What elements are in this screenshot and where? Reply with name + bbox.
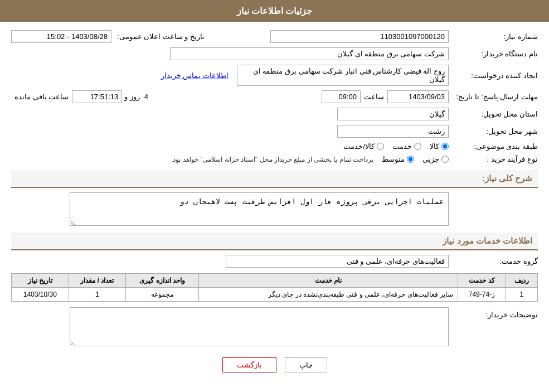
back-button[interactable]: بازگشت [222, 357, 276, 372]
category-radio-group: کالا خدمت کالا/خدمت [343, 142, 449, 151]
category-radio-kala-khedmat[interactable] [377, 143, 384, 150]
response-days-label: روز و [122, 93, 142, 101]
services-table: ردیف کد خدمت نام خدمت واحد اندازه گیری ت… [11, 273, 538, 302]
response-time-label: ساعت [361, 93, 387, 101]
print-button[interactable]: چاپ [285, 357, 327, 372]
buyer-org-row: نام دستگاه خریدار: شرکت سهامی برق منطقه … [11, 47, 538, 60]
buttons-row: چاپ بازگشت [11, 357, 538, 372]
col-header-qty: تعداد / مقدار [69, 274, 126, 288]
buyer-desc-row: توضیحات خریدار: [11, 307, 538, 346]
category-label: طبقه بندی موضوعی: [449, 142, 538, 151]
creator-value: روح اله فیضی کارشناس فنی انبار شرکت سهام… [237, 65, 449, 86]
purchase-mottavaset-label: متوسط [382, 155, 405, 163]
description-textarea[interactable] [70, 192, 449, 226]
purchase-type-row: نوع فرآیند خرید : جزیی متوسط پرداخت تمام… [11, 155, 538, 163]
category-option-khedmat[interactable]: خدمت [392, 142, 421, 151]
service-group-value: فعالیت‌های حرفه‌ای، علمی و فنی [226, 255, 449, 268]
table-row: 1 ز-74-749 سایر فعالیت‌های حرفه‌ای، علمی… [12, 288, 538, 302]
public-announce-value: 1403/08/28 - 15:02 [11, 30, 111, 43]
cell-code: ز-74-749 [458, 288, 506, 302]
cell-date: 1403/10/30 [12, 288, 69, 302]
category-radio-kala[interactable] [441, 143, 449, 150]
city-label: شهر محل تحویل: [449, 127, 538, 135]
purchase-radio-jozi[interactable] [441, 156, 449, 163]
category-kala-khedmat-label: کالا/خدمت [343, 142, 375, 151]
buyer-org-value: شرکت سهامی برق منطقه ای گیلان [170, 47, 449, 60]
need-number-value: 1103001097000120 [270, 30, 449, 43]
services-table-section: ردیف کد خدمت نام خدمت واحد اندازه گیری ت… [11, 273, 538, 302]
purchase-jozi-label: جزیی [422, 155, 439, 163]
service-group-row: گروه خدمت: فعالیت‌های حرفه‌ای، علمی و فن… [11, 255, 538, 268]
need-number-row: شماره نیاز: 1103001097000120 تاریخ و ساع… [11, 30, 538, 43]
creator-row: ایجاد کننده درخواست: روح اله فیضی کارشنا… [11, 65, 538, 86]
response-deadline-label: مهلت ارسال پاسخ: تا تاریخ: [449, 93, 538, 101]
description-title-text: شرح کلی نیاز: [482, 173, 532, 183]
services-section-title: اطلاعات خدمات مورد نیاز [11, 233, 538, 250]
buyer-org-label: نام دستگاه خریدار: [449, 50, 538, 58]
response-days-value: 4 [142, 93, 150, 101]
buyer-desc-label: توضیحات خریدار: [449, 307, 538, 319]
city-value: رشت [337, 125, 449, 138]
col-header-unit: واحد اندازه گیری [126, 274, 199, 288]
description-section-title: شرح کلی نیاز: [11, 170, 538, 188]
buyer-desc-textarea[interactable] [70, 307, 449, 346]
page-title: جزئیات اطلاعات نیاز [237, 6, 313, 16]
category-kala-label: کالا [430, 142, 439, 151]
province-label: استان محل تحویل: [449, 110, 538, 118]
page-container: جزئیات اطلاعات نیاز شماره نیاز: 11030010… [0, 0, 549, 392]
purchase-type-label: نوع فرآیند خرید : [449, 155, 538, 163]
category-radio-khedmat[interactable] [414, 143, 421, 150]
cell-unit: مجموعه [126, 288, 199, 302]
cell-qty: 1 [69, 288, 126, 302]
col-header-row: ردیف [506, 274, 537, 288]
response-time: 09:00 [322, 90, 361, 103]
category-option-kala-khedmat[interactable]: کالا/خدمت [343, 142, 384, 151]
purchase-radio-mottavaset[interactable] [407, 156, 414, 163]
table-header-row: ردیف کد خدمت نام خدمت واحد اندازه گیری ت… [12, 274, 538, 288]
creator-label: ایجاد کننده درخواست: [449, 71, 538, 80]
service-group-label: گروه خدمت: [449, 257, 538, 265]
page-header: جزئیات اطلاعات نیاز [0, 0, 549, 22]
city-row: شهر محل تحویل: رشت [11, 125, 538, 138]
col-header-date: تاریخ نیاز [12, 274, 69, 288]
category-row: طبقه بندی موضوعی: کالا خدمت کالا/خدمت [11, 142, 538, 151]
purchase-type-note: پرداخت تمام یا بخشی از مبلغ خریداز محل "… [171, 156, 382, 163]
content-area: شماره نیاز: 1103001097000120 تاریخ و ساع… [0, 22, 549, 389]
col-header-code: کد خدمت [458, 274, 506, 288]
category-option-kala[interactable]: کالا [430, 142, 449, 151]
purchase-type-jozi[interactable]: جزیی [422, 155, 449, 163]
response-remaining: 17:51:13 [72, 90, 122, 103]
province-row: استان محل تحویل: گیلان [11, 108, 538, 120]
public-announce-label: تاریخ و ساعت اعلان عمومی: [111, 32, 205, 41]
category-khedmat-label: خدمت [392, 142, 412, 151]
description-row [11, 192, 538, 226]
purchase-type-mottavaset[interactable]: متوسط [382, 155, 414, 163]
response-deadline-row: مهلت ارسال پاسخ: تا تاریخ: 1403/09/03 سا… [11, 90, 538, 103]
col-header-name: نام خدمت [199, 274, 458, 288]
need-number-label: شماره نیاز: [449, 32, 538, 41]
purchase-type-radio-group: جزیی متوسط [382, 155, 449, 163]
response-date: 1403/09/03 [387, 90, 449, 103]
services-title-text: اطلاعات خدمات مورد نیاز [443, 236, 532, 245]
response-remaining-label: ساعت باقی مانده [11, 93, 72, 101]
creator-contact-link[interactable]: اطلاعات تماس خریدار [161, 71, 229, 80]
cell-name: سایر فعالیت‌های حرفه‌ای، علمی و فنی طبقه… [199, 288, 458, 302]
cell-row: 1 [506, 288, 537, 302]
province-value: گیلان [337, 108, 449, 120]
